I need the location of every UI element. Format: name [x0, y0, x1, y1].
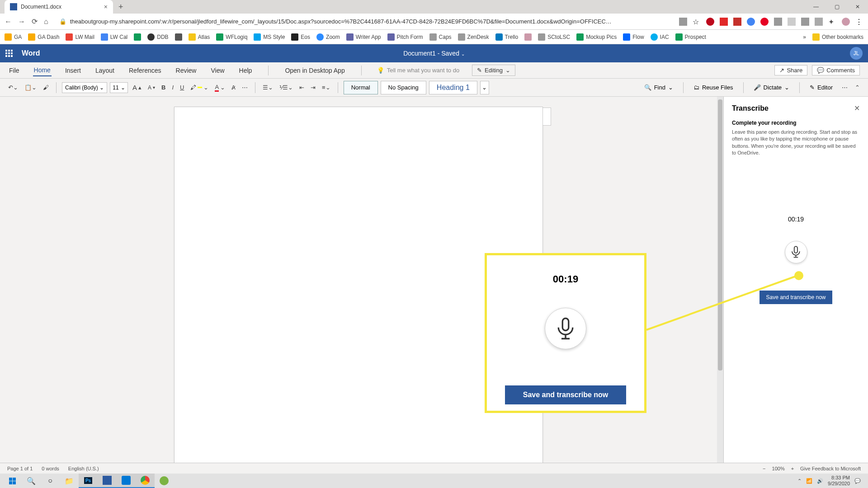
font-size-select[interactable]: 11⌄	[110, 82, 128, 93]
style-normal[interactable]: Normal	[344, 81, 378, 94]
tab-insert[interactable]: Insert	[64, 65, 82, 76]
browser-menu-icon[interactable]: ⋮	[855, 18, 863, 26]
scrollbar-thumb[interactable]	[718, 99, 722, 371]
increase-indent-button[interactable]: ⇥	[309, 83, 317, 92]
font-color-button[interactable]: A⌄	[213, 83, 227, 93]
page-indicator[interactable]: Page 1 of 1	[7, 466, 33, 471]
numbering-button[interactable]: ⅟☰⌄	[278, 83, 295, 92]
app-launcher-icon[interactable]	[5, 50, 13, 57]
bookmark-item[interactable]: Eos	[291, 33, 310, 41]
bookmark-item[interactable]	[134, 33, 141, 41]
style-no-spacing[interactable]: No Spacing	[381, 81, 426, 94]
undo-button[interactable]: ↶⌄	[6, 83, 20, 92]
comments-button[interactable]: 💬Comments	[812, 65, 860, 75]
ext-icon[interactable]	[788, 18, 796, 26]
profile-avatar[interactable]	[842, 18, 850, 26]
tab-home[interactable]: Home	[33, 65, 52, 76]
bookmark-item[interactable]: WFLogiq	[216, 33, 247, 41]
close-tab-icon[interactable]: ×	[104, 3, 108, 10]
share-button[interactable]: ↗Share	[774, 65, 807, 75]
pdf-icon[interactable]	[733, 18, 741, 26]
tab-help[interactable]: Help	[238, 65, 253, 76]
language-indicator[interactable]: English (U.S.)	[68, 466, 99, 471]
zoom-out-button[interactable]: −	[763, 466, 765, 471]
bookmark-item[interactable]: Flow	[623, 33, 644, 41]
toolbar-overflow[interactable]: ⋯	[840, 83, 849, 92]
app-taskbar[interactable]	[155, 474, 174, 488]
ext-icon[interactable]	[760, 18, 769, 26]
tray-clock[interactable]: 8:33 PM 9/29/2020	[828, 475, 850, 487]
notifications-icon[interactable]: 💬	[854, 478, 861, 484]
bookmark-item[interactable]: SCtoLSC	[538, 33, 570, 41]
feedback-link[interactable]: Give Feedback to Microsoft	[800, 466, 861, 471]
reload-button[interactable]: ⟳	[32, 17, 38, 26]
bookmarks-overflow[interactable]: »	[803, 34, 806, 40]
bullets-button[interactable]: ☰⌄	[261, 83, 275, 92]
file-explorer-button[interactable]: 📁	[60, 474, 79, 488]
bookmark-item[interactable]: Pitch Form	[387, 33, 423, 41]
tab-layout[interactable]: Layout	[94, 65, 115, 76]
highlight-button[interactable]: 🖍⌄	[189, 83, 210, 92]
tray-chevron-icon[interactable]: ⌃	[797, 478, 802, 484]
ext-icon[interactable]	[815, 18, 823, 26]
back-button[interactable]: ←	[5, 18, 12, 26]
page-selection-handle[interactable]	[543, 108, 551, 126]
star-icon[interactable]: ☆	[693, 18, 701, 26]
extensions-menu-icon[interactable]: ✦	[828, 18, 836, 26]
tab-review[interactable]: Review	[175, 65, 198, 76]
bookmark-item[interactable]: Trello	[495, 33, 519, 41]
open-desktop-app[interactable]: Open in Desktop App	[284, 65, 345, 76]
close-window-button[interactable]: ✕	[847, 4, 868, 10]
bookmark-item[interactable]: GA	[5, 33, 22, 41]
tab-file[interactable]: File	[8, 65, 20, 76]
bookmark-item[interactable]: LW Mail	[66, 33, 94, 41]
tray-volume-icon[interactable]: 🔊	[817, 478, 823, 484]
other-bookmarks[interactable]: Other bookmarks	[812, 33, 863, 41]
zoom-level[interactable]: 100%	[772, 466, 785, 471]
cortana-button[interactable]: ○	[41, 474, 60, 488]
bookmark-item[interactable]: Zoom	[316, 33, 340, 41]
bookmark-item[interactable]: Caps	[429, 33, 452, 41]
bookmark-item[interactable]	[524, 33, 532, 41]
styles-dropdown[interactable]: ⌄	[480, 81, 489, 94]
bookmark-item[interactable]: Atlas	[189, 33, 210, 41]
user-avatar[interactable]: JL	[850, 47, 863, 60]
bookmark-item[interactable]: DDB	[147, 33, 168, 41]
tell-me-search[interactable]: 💡 Tell me what you want to do	[377, 67, 459, 74]
forward-button[interactable]: →	[18, 18, 25, 26]
microphone-button[interactable]	[785, 241, 807, 263]
bookmark-item[interactable]: ZenDesk	[458, 33, 489, 41]
home-button[interactable]: ⌂	[44, 18, 48, 26]
editor-button[interactable]: ✎Editor	[806, 84, 836, 91]
bookmark-item[interactable]: GA Dash	[28, 33, 59, 41]
snagit-taskbar[interactable]	[98, 474, 117, 488]
clear-formatting-button[interactable]: A̷	[230, 83, 237, 92]
new-tab-button[interactable]: +	[118, 2, 123, 12]
minimize-button[interactable]: —	[806, 4, 826, 10]
callout-save-button[interactable]: Save and transcribe now	[505, 385, 627, 404]
bookmark-item[interactable]: Prospect	[675, 33, 706, 41]
bookmark-item[interactable]: LW Cal	[101, 33, 127, 41]
font-family-select[interactable]: Calibri (Body)⌄	[62, 82, 107, 93]
ext-icon[interactable]	[774, 18, 782, 26]
ext-icon[interactable]	[747, 18, 755, 26]
search-button[interactable]: 🔍	[22, 474, 41, 488]
flipboard-icon[interactable]	[720, 18, 728, 26]
bookmark-item[interactable]: Mockup Pics	[576, 33, 617, 41]
close-pane-icon[interactable]: ✕	[854, 104, 860, 113]
word-count[interactable]: 0 words	[42, 466, 59, 471]
tab-view[interactable]: View	[210, 65, 225, 76]
browser-tab[interactable]: Document1.docx ×	[5, 0, 113, 14]
tab-references[interactable]: References	[128, 65, 162, 76]
format-painter-button[interactable]: 🖌	[41, 83, 51, 92]
start-button[interactable]	[3, 474, 22, 488]
system-tray[interactable]: ⌃ 📶 🔊 8:33 PM 9/29/2020 💬	[797, 475, 865, 487]
chrome-taskbar[interactable]	[136, 474, 155, 488]
clipboard-button[interactable]: 📋⌄	[23, 83, 38, 92]
document-title[interactable]: Document1 - Saved ⌄	[403, 50, 465, 57]
save-transcribe-button[interactable]: Save and transcribe now	[760, 291, 832, 304]
photoshop-taskbar[interactable]: Ps	[79, 474, 98, 488]
tray-network-icon[interactable]: 📶	[806, 478, 812, 484]
pinterest-icon[interactable]	[706, 18, 714, 26]
bold-button[interactable]: B	[160, 83, 167, 92]
